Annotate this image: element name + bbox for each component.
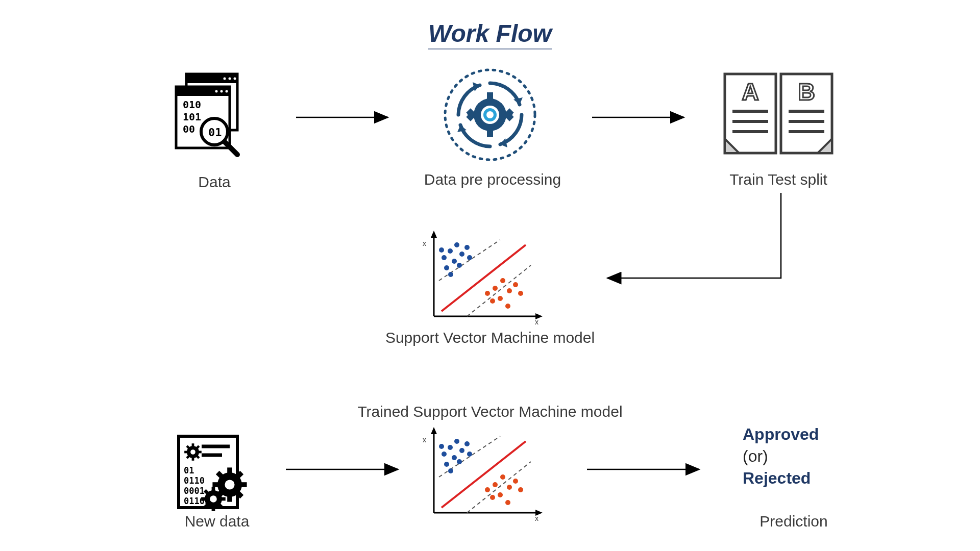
svg-point-56 [464, 245, 470, 250]
svg-line-75 [467, 462, 531, 513]
svg-point-62 [500, 278, 505, 283]
new-data-gears-icon: 01 0110 0001 01101 [174, 434, 260, 515]
svg-point-79 [454, 439, 459, 444]
approved-text: Approved [743, 423, 819, 445]
svg-point-91 [498, 492, 503, 497]
svg-point-89 [500, 474, 505, 480]
svg-point-54 [452, 259, 457, 264]
svm-model-label: Support Vector Machine model [378, 329, 602, 346]
svg-point-87 [448, 468, 453, 473]
svg-point-82 [459, 448, 464, 453]
svg-point-57 [439, 247, 444, 253]
svg-text:0110: 0110 [184, 475, 205, 486]
svg-text:01: 01 [208, 126, 222, 139]
svg-line-49 [442, 245, 526, 311]
ab-documents-icon: A B [722, 71, 835, 158]
svg-marker-44 [431, 231, 437, 238]
svg-point-92 [513, 479, 518, 484]
data-label: Data [168, 173, 260, 191]
svg-point-77 [442, 452, 447, 457]
doc-letter-a: A [742, 79, 758, 105]
preprocessing-label: Data pre processing [408, 171, 577, 188]
new-data-label: New data [168, 513, 265, 530]
svg-point-78 [448, 445, 453, 450]
svg-point-8 [220, 90, 223, 93]
svg-point-80 [444, 462, 449, 467]
svg-point-84 [439, 444, 444, 449]
svg-point-69 [485, 291, 490, 296]
svg-text:00: 00 [183, 123, 195, 135]
svm-plot-icon: x x [419, 230, 546, 327]
page-title: Work Flow [0, 19, 980, 49]
data-icon: 010 101 00 01 [174, 71, 255, 158]
rejected-text: Rejected [743, 467, 819, 489]
svg-point-60 [448, 272, 453, 277]
y-axis-label: x [423, 239, 426, 247]
svg-marker-71 [431, 427, 437, 434]
svg-point-96 [485, 487, 490, 492]
svg-point-32 [486, 111, 494, 118]
svg-point-65 [513, 282, 518, 287]
svg-point-67 [505, 304, 510, 309]
svg-point-64 [498, 296, 503, 301]
x-axis-label-2: x [535, 514, 538, 522]
svg-point-4 [234, 78, 236, 80]
svg-point-9 [226, 90, 228, 93]
svg-point-81 [452, 455, 457, 460]
svg-text:0001: 0001 [184, 486, 205, 496]
prediction-outcome: Approved (or) Rejected [743, 423, 819, 490]
page-title-text: Work Flow [428, 19, 552, 49]
svg-rect-22 [487, 92, 493, 99]
svg-point-93 [490, 495, 495, 500]
trained-svm-plot-icon: x x [419, 426, 546, 523]
svg-point-53 [444, 265, 449, 270]
doc-letter-b: B [798, 79, 815, 105]
svg-point-88 [493, 482, 498, 487]
svg-line-48 [467, 265, 531, 316]
svg-point-7 [215, 90, 218, 93]
svg-text:01: 01 [184, 465, 194, 475]
x-axis-label: x [535, 318, 538, 326]
svg-point-3 [229, 78, 231, 80]
svg-point-55 [459, 252, 464, 257]
svg-text:010: 010 [183, 98, 201, 111]
train-test-split-label: Train Test split [717, 171, 840, 188]
svg-point-2 [224, 78, 226, 80]
svg-point-58 [457, 263, 462, 268]
svg-point-95 [518, 487, 523, 492]
svg-text:101: 101 [183, 111, 201, 123]
y-axis-label-2: x [423, 436, 426, 444]
svg-point-50 [442, 255, 447, 260]
svg-point-83 [464, 441, 470, 446]
svg-point-90 [507, 485, 512, 490]
svg-point-85 [457, 459, 462, 464]
svg-point-86 [467, 452, 472, 457]
trained-svm-label: Trained Support Vector Machine model [352, 403, 628, 420]
gear-cycle-icon [439, 64, 541, 166]
svg-point-59 [467, 255, 472, 260]
svg-point-61 [493, 286, 498, 291]
svg-point-63 [507, 288, 512, 293]
prediction-label: Prediction [735, 513, 852, 530]
svg-rect-23 [487, 130, 493, 137]
svg-point-51 [448, 248, 453, 254]
or-text: (or) [743, 445, 819, 467]
svg-point-94 [505, 500, 510, 505]
svg-point-68 [518, 291, 523, 296]
svg-point-66 [490, 298, 495, 304]
svg-point-52 [454, 242, 459, 247]
svg-line-76 [442, 441, 526, 508]
